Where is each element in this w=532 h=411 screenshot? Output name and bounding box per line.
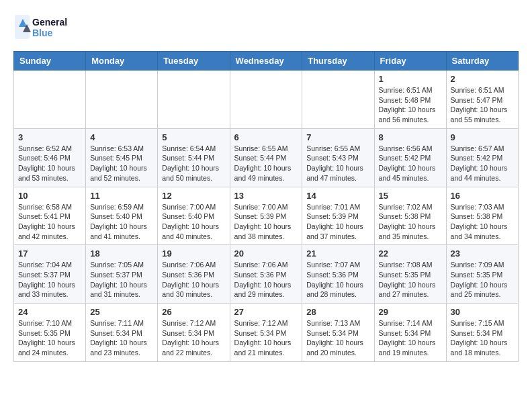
calendar-cell: 11Sunrise: 6:59 AMSunset: 5:40 PMDayligh… xyxy=(86,187,158,245)
day-number: 20 xyxy=(234,248,298,259)
calendar-table: SundayMondayTuesdayWednesdayThursdayFrid… xyxy=(13,51,519,362)
calendar-cell: 28Sunrise: 7:13 AMSunset: 5:34 PMDayligh… xyxy=(302,304,374,362)
day-info: Sunrise: 7:05 AMSunset: 5:37 PMDaylight:… xyxy=(90,260,153,300)
day-number: 26 xyxy=(162,307,225,317)
calendar-cell: 30Sunrise: 7:15 AMSunset: 5:34 PMDayligh… xyxy=(446,304,518,362)
calendar-cell: 20Sunrise: 7:06 AMSunset: 5:36 PMDayligh… xyxy=(230,245,302,304)
day-info: Sunrise: 7:00 AMSunset: 5:39 PMDaylight:… xyxy=(234,202,298,242)
svg-text:Blue: Blue xyxy=(32,28,53,38)
day-number: 21 xyxy=(306,248,369,259)
calendar-day-header: Thursday xyxy=(302,52,374,71)
calendar-week-row: 17Sunrise: 7:04 AMSunset: 5:37 PMDayligh… xyxy=(14,245,519,304)
day-number: 25 xyxy=(90,307,153,317)
day-number: 24 xyxy=(18,307,81,317)
day-info: Sunrise: 6:51 AMSunset: 5:47 PMDaylight:… xyxy=(451,85,514,125)
day-number: 13 xyxy=(234,191,298,201)
day-info: Sunrise: 7:02 AMSunset: 5:38 PMDaylight:… xyxy=(379,202,442,242)
day-number: 28 xyxy=(306,307,369,317)
svg-text:General: General xyxy=(32,17,67,28)
calendar-cell: 25Sunrise: 7:11 AMSunset: 5:34 PMDayligh… xyxy=(86,304,158,362)
calendar-cell: 4Sunrise: 6:53 AMSunset: 5:45 PMDaylight… xyxy=(86,128,158,187)
calendar-cell: 26Sunrise: 7:12 AMSunset: 5:34 PMDayligh… xyxy=(158,304,230,362)
calendar-cell: 18Sunrise: 7:05 AMSunset: 5:37 PMDayligh… xyxy=(86,245,158,304)
day-info: Sunrise: 7:15 AMSunset: 5:34 PMDaylight:… xyxy=(451,318,514,358)
calendar-header-row: SundayMondayTuesdayWednesdayThursdayFrid… xyxy=(14,52,519,71)
day-info: Sunrise: 7:13 AMSunset: 5:34 PMDaylight:… xyxy=(306,318,369,358)
calendar-day-header: Tuesday xyxy=(158,52,230,71)
day-number: 18 xyxy=(90,248,153,259)
day-number: 30 xyxy=(451,307,514,317)
calendar-cell xyxy=(14,71,86,129)
day-info: Sunrise: 7:03 AMSunset: 5:38 PMDaylight:… xyxy=(451,202,514,242)
calendar-cell: 6Sunrise: 6:55 AMSunset: 5:44 PMDaylight… xyxy=(230,128,302,187)
calendar-cell: 14Sunrise: 7:01 AMSunset: 5:39 PMDayligh… xyxy=(302,187,374,245)
day-info: Sunrise: 6:57 AMSunset: 5:42 PMDaylight:… xyxy=(451,144,514,183)
day-number: 3 xyxy=(18,132,81,142)
day-number: 15 xyxy=(379,191,442,201)
calendar-cell: 22Sunrise: 7:08 AMSunset: 5:35 PMDayligh… xyxy=(374,245,446,304)
day-info: Sunrise: 7:08 AMSunset: 5:35 PMDaylight:… xyxy=(379,260,442,300)
calendar-week-row: 24Sunrise: 7:10 AMSunset: 5:35 PMDayligh… xyxy=(14,304,519,362)
day-number: 8 xyxy=(379,132,442,142)
day-info: Sunrise: 7:04 AMSunset: 5:37 PMDaylight:… xyxy=(18,260,81,300)
calendar-week-row: 3Sunrise: 6:52 AMSunset: 5:46 PMDaylight… xyxy=(14,128,519,187)
day-info: Sunrise: 7:11 AMSunset: 5:34 PMDaylight:… xyxy=(90,318,153,358)
day-number: 6 xyxy=(234,132,298,142)
day-info: Sunrise: 7:01 AMSunset: 5:39 PMDaylight:… xyxy=(306,202,369,242)
day-number: 4 xyxy=(90,132,153,142)
calendar-cell: 10Sunrise: 6:58 AMSunset: 5:41 PMDayligh… xyxy=(14,187,86,245)
calendar-cell xyxy=(230,71,302,129)
day-info: Sunrise: 6:58 AMSunset: 5:41 PMDaylight:… xyxy=(18,202,81,242)
day-info: Sunrise: 7:12 AMSunset: 5:34 PMDaylight:… xyxy=(234,318,298,358)
calendar-cell: 16Sunrise: 7:03 AMSunset: 5:38 PMDayligh… xyxy=(446,187,518,245)
calendar-day-header: Saturday xyxy=(446,52,518,71)
day-number: 23 xyxy=(451,248,514,259)
day-info: Sunrise: 6:55 AMSunset: 5:44 PMDaylight:… xyxy=(234,144,298,183)
day-number: 7 xyxy=(306,132,369,142)
calendar-cell: 15Sunrise: 7:02 AMSunset: 5:38 PMDayligh… xyxy=(374,187,446,245)
calendar-cell: 13Sunrise: 7:00 AMSunset: 5:39 PMDayligh… xyxy=(230,187,302,245)
day-info: Sunrise: 6:56 AMSunset: 5:42 PMDaylight:… xyxy=(379,144,442,183)
day-info: Sunrise: 7:00 AMSunset: 5:40 PMDaylight:… xyxy=(162,202,225,242)
day-number: 5 xyxy=(162,132,225,142)
day-number: 1 xyxy=(379,74,442,84)
day-info: Sunrise: 7:07 AMSunset: 5:36 PMDaylight:… xyxy=(306,260,369,300)
calendar-cell: 29Sunrise: 7:14 AMSunset: 5:34 PMDayligh… xyxy=(374,304,446,362)
day-number: 14 xyxy=(306,191,369,201)
day-number: 2 xyxy=(451,74,514,84)
calendar-cell: 1Sunrise: 6:51 AMSunset: 5:48 PMDaylight… xyxy=(374,71,446,129)
calendar-cell: 27Sunrise: 7:12 AMSunset: 5:34 PMDayligh… xyxy=(230,304,302,362)
logo-svg: General Blue xyxy=(13,13,74,40)
day-info: Sunrise: 7:12 AMSunset: 5:34 PMDaylight:… xyxy=(162,318,225,358)
day-info: Sunrise: 6:51 AMSunset: 5:48 PMDaylight:… xyxy=(379,85,442,125)
page-header: General Blue xyxy=(13,13,519,40)
day-info: Sunrise: 6:53 AMSunset: 5:45 PMDaylight:… xyxy=(90,144,153,183)
calendar-cell: 9Sunrise: 6:57 AMSunset: 5:42 PMDaylight… xyxy=(446,128,518,187)
calendar-cell: 17Sunrise: 7:04 AMSunset: 5:37 PMDayligh… xyxy=(14,245,86,304)
day-info: Sunrise: 6:54 AMSunset: 5:44 PMDaylight:… xyxy=(162,144,225,183)
day-number: 9 xyxy=(451,132,514,142)
day-info: Sunrise: 7:14 AMSunset: 5:34 PMDaylight:… xyxy=(379,318,442,358)
day-number: 22 xyxy=(379,248,442,259)
day-info: Sunrise: 7:06 AMSunset: 5:36 PMDaylight:… xyxy=(234,260,298,300)
day-number: 27 xyxy=(234,307,298,317)
day-number: 16 xyxy=(451,191,514,201)
calendar-cell: 24Sunrise: 7:10 AMSunset: 5:35 PMDayligh… xyxy=(14,304,86,362)
calendar-day-header: Friday xyxy=(374,52,446,71)
day-info: Sunrise: 7:10 AMSunset: 5:35 PMDaylight:… xyxy=(18,318,81,358)
calendar-day-header: Wednesday xyxy=(230,52,302,71)
day-number: 12 xyxy=(162,191,225,201)
day-number: 17 xyxy=(18,248,81,259)
day-info: Sunrise: 6:55 AMSunset: 5:43 PMDaylight:… xyxy=(306,144,369,183)
calendar-cell xyxy=(158,71,230,129)
calendar-day-header: Sunday xyxy=(14,52,86,71)
calendar-week-row: 10Sunrise: 6:58 AMSunset: 5:41 PMDayligh… xyxy=(14,187,519,245)
day-info: Sunrise: 6:52 AMSunset: 5:46 PMDaylight:… xyxy=(18,144,81,183)
day-info: Sunrise: 7:09 AMSunset: 5:35 PMDaylight:… xyxy=(451,260,514,300)
day-number: 10 xyxy=(18,191,81,201)
day-number: 11 xyxy=(90,191,153,201)
calendar-day-header: Monday xyxy=(86,52,158,71)
calendar-cell: 2Sunrise: 6:51 AMSunset: 5:47 PMDaylight… xyxy=(446,71,518,129)
calendar-cell xyxy=(86,71,158,129)
day-info: Sunrise: 7:06 AMSunset: 5:36 PMDaylight:… xyxy=(162,260,225,300)
